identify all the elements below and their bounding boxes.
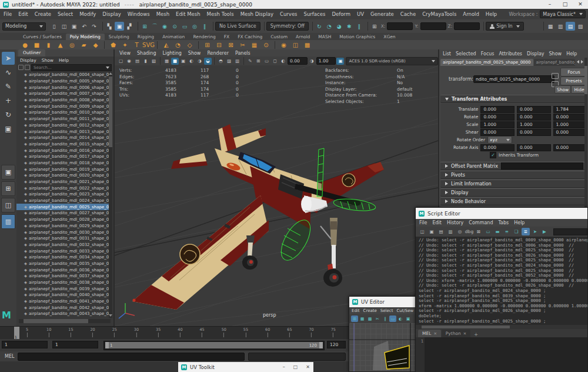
menu-deform[interactable]: Deform — [332, 11, 350, 17]
attribute-editor-scrollbar[interactable] — [584, 58, 587, 214]
outliner-item[interactable]: ◈airplanepf_bandito_mdl_0014_shape_0000 — [16, 135, 111, 141]
open-script-icon[interactable]: ◫ — [418, 228, 426, 235]
y-coordinate-field[interactable] — [420, 22, 446, 30]
ae-menu-attributes[interactable]: Attributes — [499, 51, 523, 57]
outliner-item[interactable]: ◈airplanepf_bandito_mdl_0018_shape_0000 — [16, 160, 111, 167]
textured-icon[interactable]: ▣ — [179, 58, 187, 65]
uv-toolkit-window[interactable]: M UV Toolkit – □ ✕ — [178, 362, 313, 372]
menu-crymayatools[interactable]: CryMayaTools — [422, 11, 456, 17]
menu-surfaces[interactable]: Surfaces — [304, 11, 326, 17]
script-history-pane[interactable]: // Undo: select -r airplanepf_bandito_md… — [416, 237, 587, 325]
poly-cone-icon[interactable]: ▲ — [55, 41, 65, 49]
bookmark-icon[interactable]: ▮ — [142, 58, 149, 65]
perspective-viewport[interactable]: ViewShadingLightingShowRendererPanels ▢◉… — [115, 49, 438, 326]
range-end-handle[interactable] — [319, 342, 323, 348]
menu-generate[interactable]: Generate — [370, 11, 394, 17]
x-coordinate-field[interactable] — [387, 22, 413, 30]
outliner-item[interactable]: ◈airplanepf_bandito_mdl_0004_shape_0000 — [16, 72, 111, 78]
gamma-icon[interactable]: ◑ — [308, 58, 316, 65]
close-button[interactable]: ✕ — [573, 0, 588, 9]
title-bar[interactable]: M untitled* - Autodesk MAYA 2022: untitl… — [0, 0, 588, 9]
select-hierarchy-icon[interactable]: ▚ — [105, 22, 114, 31]
shelf-tab-xgen[interactable]: XGen — [379, 34, 399, 40]
select-component-icon[interactable]: ▞ — [125, 22, 134, 31]
panel-menu-view[interactable]: View — [119, 51, 131, 56]
lock-camera-icon[interactable]: ◉ — [125, 58, 133, 65]
outliner-item[interactable]: ◈airplanepf_bandito_mdl_0036_shape_0000 — [16, 267, 111, 273]
outliner-item[interactable]: ◈airplanepf_bandito_mdl_0035_shape_0000 — [16, 261, 111, 267]
attr-field[interactable]: 0.000 — [480, 106, 514, 113]
outliner-menu-help[interactable]: Help — [59, 58, 69, 63]
outliner-item[interactable]: ◈airplanepf_bandito_mdl_0042_shape_0000 — [16, 304, 111, 311]
isolate-select-icon[interactable]: ◓ — [217, 58, 225, 65]
shelf-tab-arnold[interactable]: Arnold — [292, 34, 314, 40]
attr-field[interactable]: 0.000 — [517, 114, 551, 121]
pin-icon[interactable] — [18, 65, 24, 70]
menu-display[interactable]: Display — [102, 11, 121, 17]
se-menu-edit[interactable]: Edit — [432, 220, 442, 225]
outliner-item[interactable]: ◈airplanepf_bandito_mdl_0022_shape_0000 — [16, 185, 111, 191]
outliner-item[interactable]: ◈airplanepf_bandito_mdl_0010_shape_0000 — [16, 109, 111, 116]
execute-selected-icon[interactable]: ➤ — [531, 228, 539, 235]
shelf-tab-motion-graphics[interactable]: Motion Graphics — [335, 34, 379, 40]
super-ellipse-icon[interactable]: ✦ — [120, 41, 130, 49]
outliner-item[interactable]: ◈airplanepf_bandito_mdl_0028_shape_0000 — [16, 217, 111, 223]
menu-mesh-tools[interactable]: Mesh Tools — [207, 11, 234, 17]
rotate-axis-y-field[interactable]: 0.000 — [517, 144, 551, 151]
playback-start-field[interactable]: 1 — [52, 341, 98, 348]
outliner-item[interactable]: ◈airplanepf_bandito_mdl_0011_shape_0000 — [16, 116, 111, 122]
close-tab-icon[interactable]: ✕ — [433, 331, 436, 336]
platonic-solid-icon[interactable]: ⬟ — [108, 41, 118, 49]
snap-to-viewplane-icon[interactable]: ▭ — [180, 22, 189, 31]
outliner-item[interactable]: ◈airplanepf_bandito_mdl_0032_shape_0000 — [16, 242, 111, 248]
ae-menu-selected[interactable]: Selected — [456, 51, 476, 57]
rotate-order-dropdown[interactable]: xyz — [487, 136, 512, 144]
clear-all-icon[interactable]: ≡ — [503, 228, 511, 235]
poly-torus-icon[interactable]: ◎ — [67, 41, 77, 49]
panel-menu-shading[interactable]: Shading — [137, 51, 156, 56]
outliner-tab[interactable]: Outliner — [18, 49, 45, 57]
section-display[interactable]: Display — [440, 188, 587, 197]
section-node-behavior[interactable]: Node Behavior — [440, 197, 587, 205]
se-menu-file[interactable]: File — [419, 220, 427, 225]
ipr-render-icon[interactable]: ◕ — [335, 22, 344, 31]
maximize-button[interactable]: □ — [293, 364, 298, 370]
inherits-transform-checkbox[interactable]: ✓ — [490, 152, 496, 158]
open-scene-icon[interactable]: ◫ — [59, 22, 69, 31]
uv-menu-cut-sew[interactable]: Cut/Sew — [396, 308, 413, 313]
colorspace-dropdown[interactable]: ACES 1.0 SDR-video (sRGB) — [346, 57, 438, 65]
outliner-item[interactable]: ◈airplanepf_bandito_mdl_0012_shape_0000 — [16, 122, 111, 129]
outliner-item[interactable]: ◈airplanepf_bandito_mdl_0034_shape_0000 — [16, 254, 111, 261]
outliner-menu-display[interactable]: Display — [20, 58, 36, 63]
poly-plane-icon[interactable]: ▰ — [79, 41, 89, 49]
outliner-item[interactable]: ◈airplanepf_bandito_mdl_0016_shape_0000 — [16, 147, 111, 154]
resolution-gate-icon[interactable]: ◻ — [271, 58, 279, 65]
rotate-axis-x-field[interactable]: 0.000 — [480, 144, 514, 151]
ae-menu-show[interactable]: Show — [549, 51, 562, 57]
node-name-field[interactable]: ndito_mdl_0025_shape_0000 — [473, 75, 554, 83]
grid-icon[interactable]: ⊞ — [255, 58, 262, 65]
node-tab-active[interactable]: airplanepf_bandito_mdl_0025_shape_0000 — [440, 59, 533, 66]
search-input[interactable]: Search... — [31, 64, 112, 71]
rotate-axis-z-field[interactable]: 0.000 — [553, 144, 587, 151]
panel-menu-renderer[interactable]: Renderer — [207, 51, 229, 56]
pause-icon[interactable]: ∥ — [355, 22, 364, 31]
xray-icon[interactable]: ▨ — [225, 58, 233, 65]
multi-cut-icon[interactable]: ✂ — [238, 41, 248, 49]
live-surface-field[interactable]: No Live Surface — [215, 22, 260, 31]
outliner-item[interactable]: ◈airplanepf_bandito_mdl_0029_shape_0000 — [16, 223, 111, 230]
absolute-transform-icon[interactable]: ⊞ — [370, 22, 379, 31]
boolean-union-icon[interactable]: ◉ — [279, 41, 289, 49]
select-object-icon[interactable]: ▣ — [115, 22, 124, 31]
new-tab-button[interactable]: + — [471, 332, 481, 337]
attr-field[interactable]: 1.000 — [480, 121, 514, 128]
uv-menu-select[interactable]: Select — [380, 308, 393, 313]
shelf-tab-fx[interactable]: FX — [220, 34, 233, 40]
command-input-field[interactable] — [18, 353, 245, 361]
menu-edit-mesh[interactable]: Edit Mesh — [176, 11, 201, 17]
outliner-item[interactable]: ◈airplanepf_bandito_mdl_0019_shape_0000 — [16, 166, 111, 172]
menu-modify[interactable]: Modify — [79, 11, 96, 17]
shelf-tab-mash[interactable]: MASH — [314, 34, 335, 40]
attr-field[interactable]: 0.000 — [553, 114, 587, 121]
command-language-label[interactable]: MEL — [5, 354, 14, 359]
